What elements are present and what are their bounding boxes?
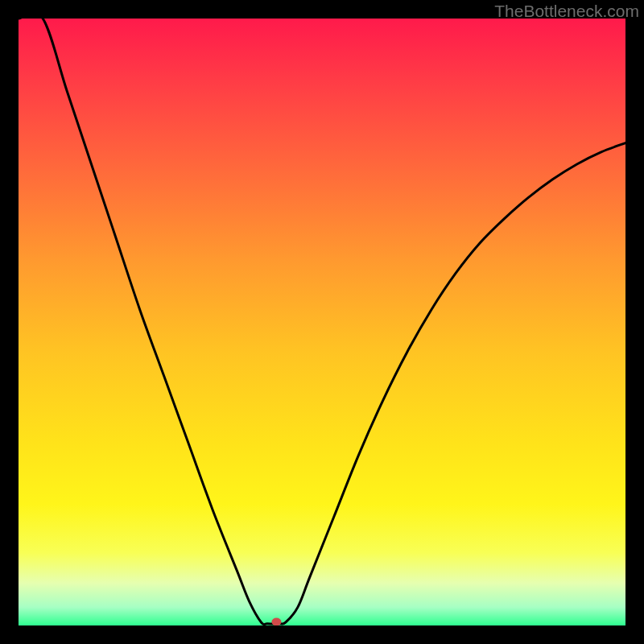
chart-svg [19, 19, 625, 625]
chart-frame [19, 19, 625, 625]
watermark-text: TheBottleneck.com [494, 2, 639, 21]
chart-background [19, 19, 625, 625]
